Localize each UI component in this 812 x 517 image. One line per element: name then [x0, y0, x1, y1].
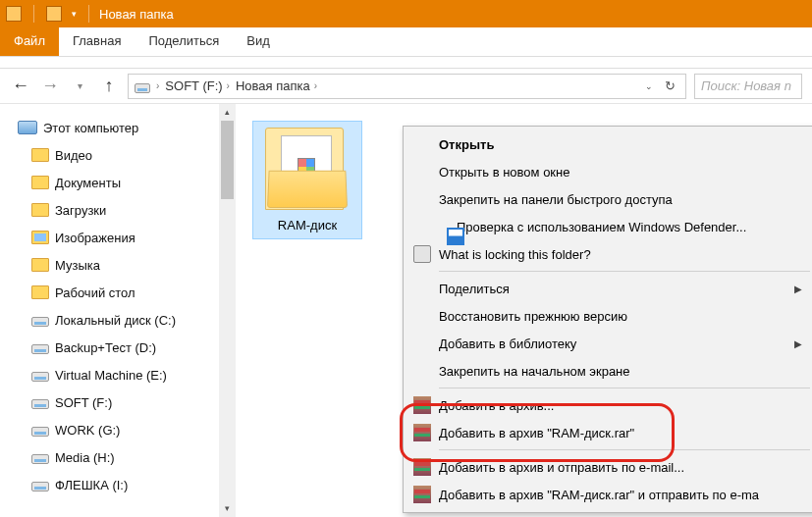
tree-label: SOFT (F:)	[55, 395, 112, 410]
address-bar[interactable]: › SOFT (F:)› Новая папка› ⌄ ↻	[128, 74, 686, 99]
tree-item[interactable]: Media (H:)	[0, 443, 236, 471]
tree-item[interactable]: Локальный диск (C:)	[0, 306, 236, 334]
folder-item-selected[interactable]: RAM-диск	[253, 122, 361, 238]
scroll-up-icon[interactable]: ▴	[219, 104, 236, 121]
ribbon-tab-home[interactable]: Главная	[59, 27, 135, 56]
tree-root-this-pc[interactable]: Этот компьютер	[0, 114, 236, 141]
search-placeholder: Поиск: Новая п	[701, 78, 791, 93]
window-titlebar: ▾ Новая папка	[0, 0, 812, 27]
ribbon-tab-file[interactable]: Файл	[0, 27, 59, 56]
rar-icon	[413, 486, 431, 503]
ribbon-tabs: Файл Главная Поделиться Вид	[0, 27, 812, 57]
back-button[interactable]: ←	[10, 76, 31, 96]
tree-label: Рабочий стол	[55, 285, 135, 300]
tree-label: Музыка	[55, 258, 100, 273]
folder-icon	[31, 258, 49, 272]
chevron-right-icon: ▶	[794, 338, 802, 349]
qat-dropdown-icon[interactable]: ▾	[72, 9, 77, 19]
tree-label: Изображения	[55, 231, 135, 245]
tree-item[interactable]: Рабочий стол	[0, 279, 236, 306]
history-dropdown[interactable]: ▾	[69, 80, 90, 91]
menu-separator	[439, 449, 810, 450]
tree-item[interactable]: WORK (G:)	[0, 416, 236, 443]
folder-label: RAM-диск	[253, 214, 361, 238]
drive-icon	[31, 317, 49, 327]
rar-icon	[413, 396, 431, 414]
drive-icon	[31, 427, 49, 437]
menu-add-archive-email[interactable]: Добавить в архив и отправить по e-mail..…	[406, 453, 812, 481]
folder-icon	[31, 203, 49, 217]
menu-pin-quick-access[interactable]: Закрепить на панели быстрого доступа	[406, 185, 812, 213]
folder-icon	[31, 148, 49, 162]
menu-add-to-archive-named[interactable]: Добавить в архив "RAM-диск.rar"	[406, 419, 812, 446]
tree-item[interactable]: Документы	[0, 169, 236, 196]
ribbon-tab-view[interactable]: Вид	[233, 27, 284, 56]
menu-restore-previous[interactable]: Восстановить прежнюю версию	[406, 302, 812, 330]
menu-open[interactable]: Открыть	[406, 130, 812, 158]
menu-what-is-locking[interactable]: What is locking this folder?	[406, 240, 812, 268]
tree-item[interactable]: Видео	[0, 141, 236, 169]
menu-add-to-archive[interactable]: Добавить в архив...	[406, 391, 812, 419]
menu-open-new-window[interactable]: Открыть в новом окне	[406, 158, 812, 185]
breadcrumb-segment: Новая папка›	[236, 78, 319, 93]
menu-add-library[interactable]: Добавить в библиотеку▶	[406, 330, 812, 357]
folder-icon	[31, 285, 49, 299]
ribbon-body	[0, 57, 812, 69]
refresh-icon[interactable]: ↻	[661, 78, 679, 93]
tree-label: Backup+Тест (D:)	[55, 340, 156, 355]
forward-button[interactable]: →	[39, 76, 61, 96]
address-dropdown-icon[interactable]: ⌄	[641, 81, 657, 91]
qat-folder-icon[interactable]	[46, 6, 62, 22]
tree-item[interactable]: SOFT (F:)	[0, 388, 236, 416]
separator	[88, 5, 89, 23]
navigation-tree[interactable]: Этот компьютер ВидеоДокументыЗагрузкиИзо…	[0, 104, 236, 517]
drive-icon	[31, 372, 49, 382]
tree-item[interactable]: Backup+Тест (D:)	[0, 334, 236, 361]
folder-icon	[263, 122, 352, 210]
folder-icon	[31, 176, 49, 189]
ribbon-tab-share[interactable]: Поделиться	[135, 27, 233, 56]
tree-item[interactable]: Virtual Machine (E:)	[0, 361, 236, 388]
drive-icon	[31, 344, 49, 354]
menu-share[interactable]: Поделиться▶	[406, 275, 812, 302]
tree-label: Локальный диск (C:)	[55, 313, 176, 328]
breadcrumb-segment: SOFT (F:)›	[165, 78, 232, 93]
chevron-right-icon: ▶	[794, 284, 802, 294]
tree-scrollbar[interactable]: ▴ ▾	[219, 104, 236, 517]
tree-item[interactable]: Загрузки	[0, 196, 236, 224]
drive-icon	[31, 482, 49, 491]
tree-label: WORK (G:)	[55, 423, 120, 438]
lock-icon	[413, 245, 431, 263]
menu-separator	[439, 271, 810, 272]
menu-windows-defender[interactable]: Проверка с использованием Windows Defend…	[406, 213, 812, 240]
folder-icon	[31, 231, 49, 244]
tree-item[interactable]: Изображения	[0, 224, 236, 251]
folder-icon	[6, 6, 22, 22]
quick-access-toolbar: ▾	[6, 5, 95, 23]
scroll-thumb[interactable]	[221, 121, 234, 199]
chevron-right-icon[interactable]: ›	[154, 80, 161, 91]
drive-icon	[31, 399, 49, 409]
pc-root-icon	[135, 83, 150, 93]
menu-pin-start[interactable]: Закрепить на начальном экране	[406, 357, 812, 385]
search-input[interactable]: Поиск: Новая п	[694, 74, 802, 99]
drive-icon	[31, 454, 49, 464]
rar-icon	[413, 458, 431, 476]
tree-label: ФЛЕШКА (I:)	[55, 478, 128, 492]
navigation-bar: ← → ▾ ↑ › SOFT (F:)› Новая папка› ⌄ ↻ По…	[0, 69, 812, 104]
chevron-right-icon[interactable]: ›	[312, 80, 319, 91]
tree-label: Документы	[55, 176, 121, 190]
this-pc-icon	[18, 121, 37, 134]
tree-label: Загрузки	[55, 203, 106, 218]
rar-icon	[413, 424, 431, 441]
tree-item[interactable]: Музыка	[0, 251, 236, 279]
separator	[33, 5, 34, 23]
chevron-right-icon[interactable]: ›	[225, 80, 232, 91]
menu-add-archive-named-email[interactable]: Добавить в архив "RAM-диск.rar" и отправ…	[406, 481, 812, 508]
tree-item[interactable]: ФЛЕШКА (I:)	[0, 471, 236, 498]
scroll-down-icon[interactable]: ▾	[219, 500, 236, 517]
tree-label: Virtual Machine (E:)	[55, 368, 167, 383]
up-button[interactable]: ↑	[98, 76, 120, 96]
context-menu: Открыть Открыть в новом окне Закрепить н…	[403, 126, 812, 513]
tree-label: Этот компьютер	[43, 121, 138, 135]
